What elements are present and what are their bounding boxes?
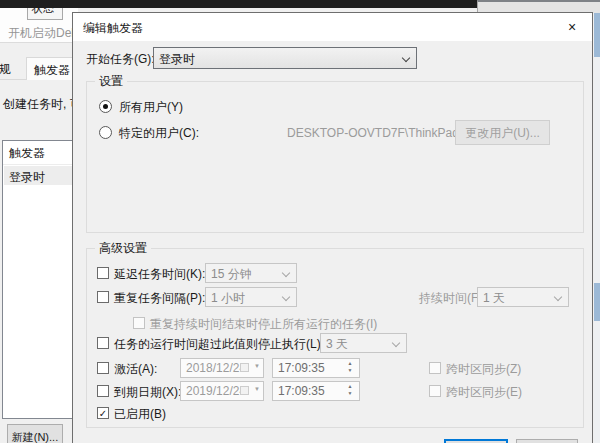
cancel-button[interactable]: 取消 (516, 439, 578, 443)
spinner-up-icon: ▲ (348, 360, 353, 366)
right-sliver-selection (594, 13, 600, 57)
close-icon[interactable]: × (557, 17, 587, 37)
chevron-down-icon (402, 54, 410, 62)
new-trigger-button[interactable]: 新建(N)... (7, 424, 63, 443)
stop-all-label: 重复持续时间结束时停止所有运行的任务(I) (150, 316, 377, 333)
sync-z-label: 跨时区同步(Z) (446, 361, 521, 378)
enabled-checkbox[interactable]: ✓ (97, 407, 109, 419)
duration-label: 持续时间(F): (419, 290, 486, 307)
stop-task-label: 任务的运行时间超过此值则停止执行(L): (114, 336, 324, 353)
chevron-down-icon (282, 269, 290, 277)
expire-label: 到期日期(X): (114, 384, 181, 401)
chevron-down-icon (392, 339, 400, 347)
activate-checkbox[interactable] (97, 362, 109, 374)
activate-time-field[interactable]: 17:09:35 ▲▼ (272, 358, 360, 378)
stop-all-checkbox[interactable] (133, 317, 145, 329)
date-dropdown[interactable]: ▼ (240, 362, 260, 374)
advanced-settings-group: 高级设置 延迟任务时间(K): 15 分钟 重复任务间隔(P): 1 小时 持续… (86, 248, 584, 428)
spinner-down-icon: ▼ (348, 367, 353, 373)
enabled-label: 已启用(B) (114, 406, 166, 423)
chevron-down-icon (554, 293, 562, 301)
sync-z-checkbox[interactable] (429, 362, 441, 374)
begin-task-label: 开始任务(G): (86, 51, 155, 68)
chevron-down-icon (282, 293, 290, 301)
settings-group-title: 设置 (95, 73, 127, 90)
begin-task-value: 登录时 (159, 52, 195, 66)
specific-user-value: DESKTOP-OOVTD7F\ThinkPad (287, 126, 459, 140)
expire-date-value: 2019/12/24 (186, 384, 246, 398)
dialog-title: 编辑触发器 (83, 20, 143, 37)
status-column-header: 状态 (27, 8, 63, 20)
activate-date-picker[interactable]: 2018/12/24 ▼ (180, 358, 264, 378)
specific-user-radio[interactable] (99, 126, 112, 139)
stop-task-combobox[interactable]: 3 天 (320, 333, 407, 353)
expire-time-value: 17:09:35 (278, 384, 325, 398)
tab-triggers-label: 触发器 (34, 63, 70, 77)
stop-task-value: 3 天 (326, 337, 348, 351)
spinner-down-icon: ▼ (348, 390, 353, 396)
settings-group: 设置 所有用户(Y) 特定的用户(C): DESKTOP-OOVTD7F\Thi… (86, 81, 584, 233)
delay-label: 延迟任务时间(K): (114, 266, 205, 283)
dialog-titlebar: 编辑触发器 × (73, 13, 592, 41)
specific-user-label: 特定的用户(C): (119, 125, 199, 142)
dropdown-arrow-icon: ▼ (254, 363, 260, 369)
calendar-icon (240, 386, 249, 395)
radio-dot (103, 104, 108, 109)
status-column-label: 状态 (32, 8, 54, 16)
list-item-logon[interactable]: 登录时 (4, 166, 78, 185)
tab-triggers[interactable]: 触发器 (26, 57, 78, 80)
delay-checkbox[interactable] (97, 267, 109, 279)
delay-value: 15 分钟 (211, 267, 252, 281)
all-users-radio[interactable] (99, 100, 112, 113)
sync-e-checkbox[interactable] (429, 385, 441, 397)
repeat-checkbox[interactable] (97, 291, 109, 303)
right-sliver-selection (594, 283, 600, 321)
all-users-label: 所有用户(Y) (119, 99, 183, 116)
activate-date-value: 2018/12/24 (186, 361, 246, 375)
screenshot-root: 状态 开机启动Deb 常规 触发器 创建任务时, 可 触发器 登录时 新建(N)… (0, 0, 600, 443)
background-window-title: 开机启动Deb (8, 25, 78, 42)
expire-time-field[interactable]: 17:09:35 ▲▼ (272, 381, 360, 401)
delay-combobox[interactable]: 15 分钟 (205, 263, 297, 283)
change-user-button[interactable]: 更改用户(U)... (455, 120, 550, 145)
ok-button[interactable]: 确定 (444, 439, 508, 443)
right-background-sliver (594, 13, 600, 443)
repeat-value: 1 小时 (211, 291, 245, 305)
repeat-combobox[interactable]: 1 小时 (205, 287, 297, 307)
time-spinner[interactable]: ▲▼ (345, 383, 355, 397)
duration-value: 1 天 (483, 291, 505, 305)
edit-trigger-dialog: 编辑触发器 × 开始任务(G): 登录时 设置 所有用户(Y) 特定的用户(C)… (72, 12, 593, 443)
time-spinner[interactable]: ▲▼ (345, 360, 355, 374)
activate-label: 激活(A): (114, 361, 157, 378)
sync-e-label: 跨时区同步(E) (446, 384, 522, 401)
triggers-list-header: 触发器 (9, 145, 45, 162)
list-item-label: 登录时 (9, 169, 45, 186)
expire-date-picker[interactable]: 2019/12/24 ▼ (180, 381, 264, 401)
checkmark-icon: ✓ (99, 408, 107, 419)
list-header-divider (3, 164, 79, 165)
activate-time-value: 17:09:35 (278, 361, 325, 375)
stop-task-checkbox[interactable] (97, 337, 109, 349)
spinner-up-icon: ▲ (348, 383, 353, 389)
duration-combobox[interactable]: 1 天 (477, 287, 569, 307)
triggers-list: 触发器 登录时 (2, 140, 78, 419)
begin-task-combobox[interactable]: 登录时 (153, 47, 417, 69)
background-properties-window: 状态 开机启动Deb 常规 触发器 创建任务时, 可 触发器 登录时 新建(N)… (0, 8, 78, 443)
date-dropdown[interactable]: ▼ (240, 385, 260, 397)
calendar-icon (240, 363, 249, 372)
hint-text: 创建任务时, 可 (3, 96, 82, 113)
dropdown-arrow-icon: ▼ (254, 386, 260, 392)
repeat-label: 重复任务间隔(P): (114, 290, 205, 307)
tab-general[interactable]: 常规 (0, 61, 11, 78)
top-dark-titlebar (0, 0, 477, 8)
advanced-group-title: 高级设置 (95, 240, 151, 257)
expire-checkbox[interactable] (97, 385, 109, 397)
